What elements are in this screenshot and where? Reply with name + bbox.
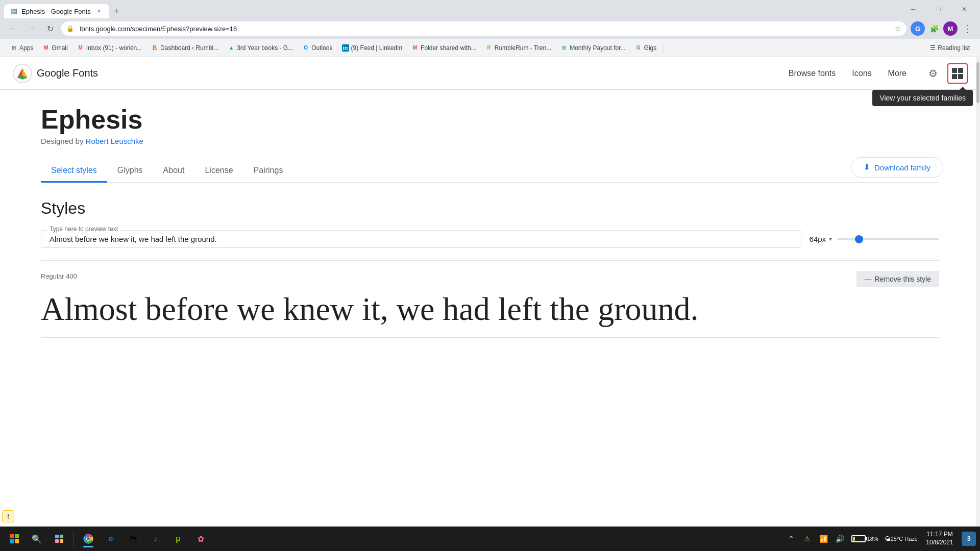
minimize-button[interactable]: ─	[901, 0, 925, 18]
selected-families-button[interactable]	[947, 63, 968, 84]
svg-rect-1	[10, 534, 14, 538]
bookmark-monthly-icon: ⊞	[560, 44, 568, 52]
taskbar-clock[interactable]: 11:17 PM 10/8/2021	[922, 529, 958, 548]
tray-chevron[interactable]: ⌃	[784, 532, 798, 546]
google-fonts-logo[interactable]: Google Fonts	[12, 63, 98, 84]
styles-title: Styles	[41, 199, 939, 218]
notification-count: 3	[967, 535, 971, 542]
bookmark-inbox[interactable]: M Inbox (91) - workin...	[73, 42, 146, 54]
designer-link[interactable]: Robert Leuschke	[86, 137, 143, 145]
taskbar-explorer[interactable]: 🗁	[123, 529, 143, 549]
size-display[interactable]: 64px ▼	[810, 235, 833, 243]
utorrent-icon: μ	[176, 534, 181, 543]
battery-icon	[851, 535, 866, 542]
bookmark-gmail[interactable]: M Gmail	[38, 42, 71, 54]
refresh-button[interactable]: ↻	[43, 21, 57, 36]
tray-warning[interactable]: ⚠	[800, 532, 815, 546]
tray-network[interactable]: 📶	[817, 532, 831, 546]
weather-temp: 25°C Haze	[891, 536, 918, 542]
edge-icon: e	[109, 534, 113, 543]
active-tab[interactable]: 🔤 Ephesis - Google Fonts ×	[4, 4, 109, 18]
download-family-button[interactable]: ⬇ Download family	[851, 157, 943, 178]
font-size-slider[interactable]	[837, 238, 939, 240]
taskbar-widgets[interactable]	[49, 529, 69, 549]
grid-cell-4	[958, 74, 963, 79]
clock-time: 11:17 PM	[926, 531, 952, 539]
notification-button[interactable]: 3	[962, 532, 976, 546]
maximize-button[interactable]: □	[927, 0, 950, 18]
chrome-icon	[83, 534, 93, 544]
battery-fill	[853, 537, 855, 541]
tray-volume[interactable]: 🔊	[833, 532, 847, 546]
taskbar-chrome[interactable]	[78, 529, 99, 549]
page-content: Google Fonts Browse fonts Icons More ⚙	[0, 57, 980, 527]
browser-window: 🔤 Ephesis - Google Fonts × + ─ □ ✕ ← → ↻…	[0, 0, 980, 551]
bookmark-3rdyear-icon: ▲	[228, 44, 235, 52]
tray-weather[interactable]: 🌤 25°C Haze	[883, 532, 920, 546]
taskbar-spotify[interactable]: ♪	[145, 529, 166, 549]
tab-license[interactable]: License	[194, 160, 243, 183]
address-input[interactable]	[61, 21, 906, 36]
close-tab-button[interactable]: ×	[95, 7, 103, 15]
bookmark-gigs[interactable]: G Gigs	[631, 42, 661, 54]
widgets-icon	[55, 534, 64, 543]
scrollbar-track[interactable]	[976, 57, 980, 527]
tray-battery[interactable]: 18%	[849, 532, 880, 546]
profile-icon[interactable]: M	[943, 21, 958, 36]
bookmark-star-icon[interactable]: ☆	[895, 24, 901, 33]
tab-glyphs[interactable]: Glyphs	[107, 160, 153, 183]
bookmark-dashboard[interactable]: B Dashboard ‹ Rumbl...	[147, 42, 223, 54]
bookmark-rumble[interactable]: R RumbleRum - Tren...	[481, 42, 555, 54]
bookmark-rumble-icon: R	[485, 44, 493, 52]
taskbar-start-button[interactable]	[4, 529, 24, 549]
google-account-icon[interactable]: G	[911, 21, 925, 36]
grid-cell-2	[958, 68, 963, 73]
settings-icon[interactable]: ⚙	[923, 63, 943, 84]
bookmark-3rdyear[interactable]: ▲ 3rd Year books - G...	[224, 42, 297, 54]
nav-icons[interactable]: Icons	[852, 69, 871, 78]
bookmark-monthly[interactable]: ⊞ Monthly Payout for...	[556, 42, 629, 54]
sticker-icon: ✿	[198, 534, 204, 544]
bookmark-outlook[interactable]: O Outlook	[298, 42, 336, 54]
taskbar-edge[interactable]: e	[101, 529, 121, 549]
reading-list-label: Reading list	[938, 44, 970, 52]
bookmark-linkedin[interactable]: in (9) Feed | LinkedIn	[338, 42, 407, 54]
remove-style-button[interactable]: — Remove this style	[856, 271, 939, 287]
bookmark-folder[interactable]: M Folder shared with...	[407, 42, 480, 54]
nav-more[interactable]: More	[888, 69, 906, 78]
tab-pairings[interactable]: Pairings	[243, 160, 293, 183]
scrollbar-thumb[interactable]	[976, 62, 979, 103]
preview-text-input[interactable]	[50, 235, 793, 243]
bookmark-folder-label: Folder shared with...	[421, 44, 476, 52]
svg-rect-4	[15, 539, 19, 543]
taskbar-search[interactable]: 🔍	[27, 529, 47, 549]
address-container: 🔒 ☆	[61, 21, 906, 36]
close-button[interactable]: ✕	[952, 0, 976, 18]
google-fonts-header: Google Fonts Browse fonts Icons More ⚙	[0, 57, 980, 90]
forward-button[interactable]: →	[24, 21, 39, 36]
tooltip-text: View your selected families	[879, 94, 966, 102]
nav-browse-fonts[interactable]: Browse fonts	[789, 69, 836, 78]
spotify-icon: ♪	[154, 534, 158, 543]
font-name: Ephesis	[41, 106, 939, 133]
back-button[interactable]: ←	[6, 21, 20, 36]
new-tab-button[interactable]: +	[109, 4, 124, 18]
more-options-icon[interactable]: ⋮	[960, 21, 974, 36]
error-indicator[interactable]: !	[2, 510, 14, 522]
style-divider-bottom	[41, 337, 939, 338]
tab-title: Ephesis - Google Fonts	[21, 8, 91, 15]
style-preview-text: Almost before we knew it, we had left th…	[41, 291, 939, 327]
taskbar-right: ⌃ ⚠ 📶 🔊 18% 🌤 25°C Haze 11:17 PM 10/8/20…	[784, 529, 976, 548]
taskbar-utorrent[interactable]: μ	[168, 529, 188, 549]
tab-select-styles[interactable]: Select styles	[41, 160, 107, 183]
selected-families-container: View your selected families	[947, 63, 968, 84]
extensions-icon[interactable]: 🧩	[927, 21, 941, 36]
taskbar-sticker[interactable]: ✿	[190, 529, 211, 549]
bookmark-apps[interactable]: ⊞ Apps	[6, 42, 37, 54]
reading-list-button[interactable]: ☰ Reading list	[926, 42, 974, 54]
tab-about[interactable]: About	[153, 160, 195, 183]
remove-icon: —	[865, 275, 872, 283]
header-icons: ⚙ View your selected families	[923, 63, 968, 84]
preview-input-container: Type here to preview text 64px ▼	[41, 230, 939, 248]
font-tabs: Select styles Glyphs About License Pairi…	[41, 160, 939, 183]
